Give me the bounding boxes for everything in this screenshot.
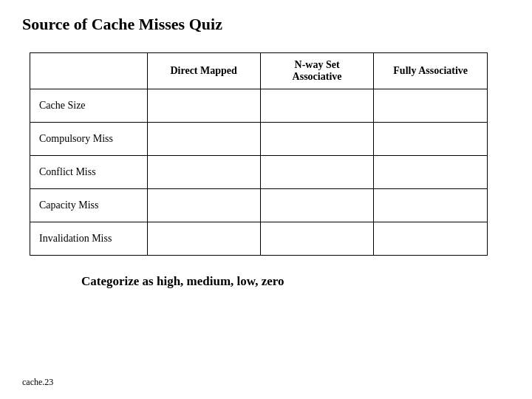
cell-4-0 — [147, 222, 260, 256]
cell-2-0 — [147, 156, 260, 189]
table-row: Invalidation Miss — [30, 222, 488, 256]
cell-4-2 — [374, 222, 488, 256]
table-row: Conflict Miss — [30, 156, 488, 189]
table-row: Capacity Miss — [30, 189, 488, 222]
cell-1-2 — [374, 123, 488, 156]
slide-number: cache.23 — [22, 377, 53, 388]
cell-0-2 — [374, 89, 488, 123]
cell-3-1 — [260, 189, 374, 222]
page-container: Source of Cache Misses Quiz Direct Mappe… — [0, 0, 532, 399]
cell-0-0 — [147, 89, 260, 123]
cell-2-1 — [260, 156, 374, 189]
page-title: Source of Cache Misses Quiz — [22, 15, 510, 34]
cell-0-1 — [260, 89, 374, 123]
row-label-2: Conflict Miss — [30, 156, 148, 189]
cell-3-0 — [147, 189, 260, 222]
row-label-3: Capacity Miss — [30, 189, 148, 222]
row-label-0: Cache Size — [30, 89, 148, 123]
col-header-3: Fully Associative — [374, 53, 488, 89]
cell-4-1 — [260, 222, 374, 256]
corner-cell — [30, 53, 148, 89]
table-row: Cache Size — [30, 89, 488, 123]
cell-1-1 — [260, 123, 374, 156]
row-label-1: Compulsory Miss — [30, 123, 148, 156]
cell-2-2 — [374, 156, 488, 189]
row-label-4: Invalidation Miss — [30, 222, 148, 256]
table-row: Compulsory Miss — [30, 123, 488, 156]
footer-text: Categorize as high, medium, low, zero — [81, 274, 510, 289]
cell-1-0 — [147, 123, 260, 156]
quiz-table: Direct Mapped N-way Set Associative Full… — [30, 52, 488, 256]
col-header-1: Direct Mapped — [147, 53, 260, 89]
table-wrapper: Direct Mapped N-way Set Associative Full… — [30, 52, 510, 256]
cell-3-2 — [374, 189, 488, 222]
col-header-2: N-way Set Associative — [260, 53, 374, 89]
